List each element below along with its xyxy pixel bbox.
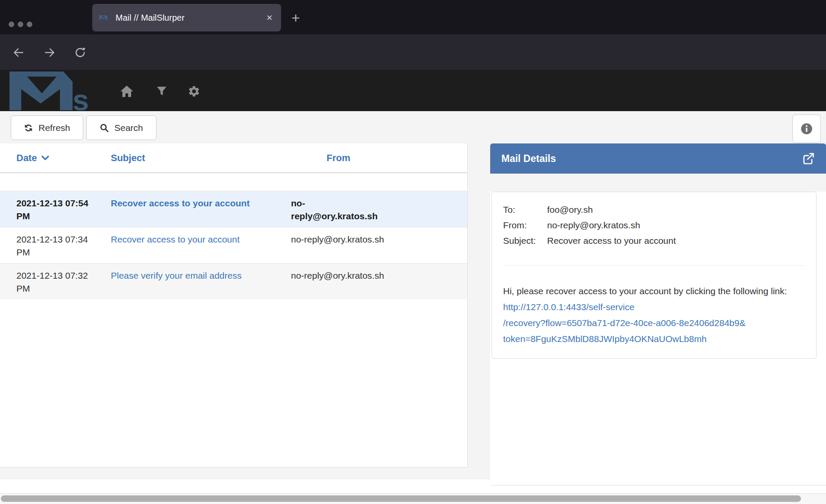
card-divider — [503, 265, 805, 266]
back-icon[interactable] — [11, 45, 26, 60]
mail-list-panel: Date Subject From 2021-12-13 07:54 PM Re… — [0, 143, 468, 467]
recovery-link[interactable]: http://127.0.0.1:4433/self-service/recov… — [503, 302, 745, 344]
tab-title: Mail // MailSlurper — [116, 13, 265, 23]
browser-tab-bar: s Mail // MailSlurper × + — [0, 0, 826, 34]
meta-from-row: From: no-reply@ory.kratos.sh — [503, 218, 805, 233]
mail-row[interactable]: 2021-12-13 07:32 PM Please verify your e… — [0, 263, 467, 299]
window-controls[interactable] — [9, 22, 32, 27]
mail-row-date: 2021-12-13 07:32 PM — [0, 264, 111, 299]
list-spacer — [0, 173, 467, 191]
browser-tab[interactable]: s Mail // MailSlurper × — [92, 4, 281, 31]
search-button[interactable]: Search — [86, 115, 156, 140]
svg-text:s: s — [72, 84, 89, 110]
search-button-label: Search — [114, 123, 143, 133]
main-content: Date Subject From 2021-12-13 07:54 PM Re… — [0, 143, 826, 479]
mail-row[interactable]: 2021-12-13 07:34 PM Recover access to yo… — [0, 227, 467, 263]
meta-subject-row: Subject: Recover access to your account — [503, 233, 805, 249]
screen: s Mail // MailSlurper × + 127.0.0.1:4436… — [0, 0, 826, 504]
recovery-link-line: http://127.0.0.1:4433/self-service — [503, 302, 635, 312]
column-header-date[interactable]: Date — [0, 152, 111, 164]
horizontal-scrollbar-thumb[interactable] — [1, 495, 801, 502]
settings-icon[interactable] — [185, 84, 203, 99]
mailslurper-logo[interactable]: s — [9, 72, 96, 110]
meta-from-value: no-reply@ory.kratos.sh — [547, 218, 640, 233]
mail-row[interactable]: 2021-12-13 07:54 PM Recover access to yo… — [0, 191, 467, 227]
info-icon — [801, 123, 813, 135]
column-header-from[interactable]: From — [291, 152, 386, 164]
mail-list-header: Date Subject From — [0, 143, 467, 173]
mail-body-prefix: Hi, please recover access to your accoun… — [503, 286, 787, 296]
mail-row-subject-link[interactable]: Recover access to your account — [111, 227, 291, 263]
mail-details-header: Mail Details — [490, 143, 826, 174]
external-link-icon[interactable] — [801, 152, 815, 165]
mail-row-from: no-reply@ory.kratos.sh — [291, 191, 386, 227]
sort-desc-icon — [41, 155, 49, 161]
mailslurper-navbar: s — [0, 70, 826, 111]
action-toolbar: Refresh Search — [0, 111, 826, 143]
reload-icon[interactable] — [72, 45, 88, 60]
search-icon — [100, 123, 109, 133]
window-dot-icon — [18, 22, 23, 27]
mail-details-panel: Mail Details To: foo@ory.sh From: no-rep… — [490, 143, 826, 467]
home-icon[interactable] — [118, 84, 135, 99]
mail-body-text: Hi, please recover access to your accoun… — [503, 283, 805, 347]
info-button[interactable] — [792, 115, 821, 143]
mail-row-from: no-reply@ory.kratos.sh — [291, 264, 386, 299]
mail-row-date: 2021-12-13 07:34 PM — [0, 227, 111, 263]
meta-to-row: To: foo@ory.sh — [503, 202, 805, 218]
mail-details-title: Mail Details — [501, 153, 801, 165]
recovery-link-line: /recovery?flow=6507ba71-d72e-40ce-a006-8… — [503, 318, 745, 328]
svg-text:s: s — [107, 17, 110, 21]
recovery-link-line: token=8FguKzSMblD88JWIpby4OKNaUOwLb8mh — [503, 334, 707, 344]
meta-to-value: foo@ory.sh — [547, 202, 593, 218]
meta-from-label: From: — [503, 218, 547, 233]
filter-icon[interactable] — [153, 84, 170, 99]
mail-row-subject-link[interactable]: Recover access to your account — [111, 191, 291, 227]
column-header-subject[interactable]: Subject — [111, 152, 291, 164]
meta-to-label: To: — [503, 202, 547, 218]
browser-nav-toolbar: 127.0.0.1:4436/# 90% ☆ » — [0, 34, 826, 70]
new-tab-button[interactable]: + — [291, 9, 300, 26]
tab-close-icon[interactable]: × — [265, 12, 274, 23]
meta-subject-value: Recover access to your account — [547, 233, 676, 249]
mail-row-date: 2021-12-13 07:54 PM — [0, 191, 111, 227]
refresh-button-label: Refresh — [38, 123, 70, 133]
meta-subject-label: Subject: — [503, 233, 547, 249]
window-dot-icon — [27, 22, 32, 27]
tab-favicon-icon: s — [99, 13, 110, 22]
mail-row-subject-link[interactable]: Please verify your email address — [111, 264, 291, 299]
refresh-icon — [24, 123, 33, 133]
column-header-date-label: Date — [16, 152, 37, 164]
refresh-button[interactable]: Refresh — [11, 115, 83, 140]
horizontal-scrollbar-track[interactable] — [0, 493, 826, 504]
forward-icon[interactable] — [42, 45, 57, 60]
mail-details-body: To: foo@ory.sh From: no-reply@ory.kratos… — [490, 192, 826, 485]
mail-row-from: no-reply@ory.kratos.sh — [291, 227, 386, 263]
mail-details-card: To: foo@ory.sh From: no-reply@ory.kratos… — [491, 192, 817, 359]
window-dot-icon — [9, 22, 14, 27]
